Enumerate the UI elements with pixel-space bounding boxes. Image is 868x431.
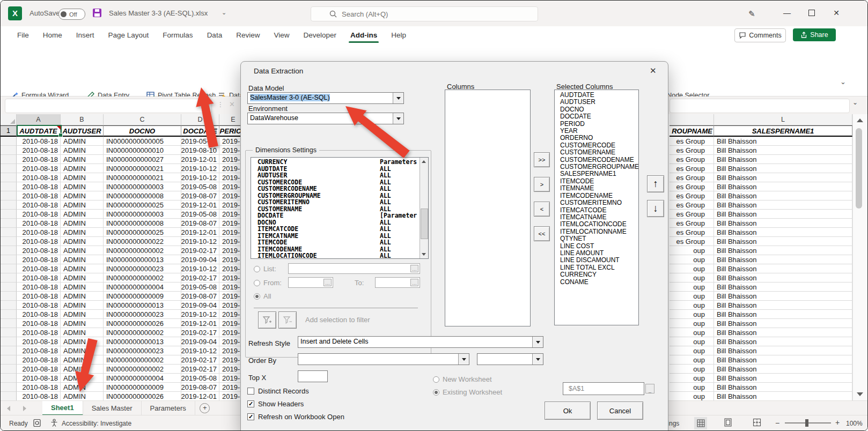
cell-salesperson[interactable]: Bill Bhaisson [714,264,852,273]
cell-customergroup-fragment[interactable]: oup [670,273,714,283]
status-accessibility[interactable]: Accessibility: Investigate [62,420,131,427]
cell-audtdate[interactable]: 2010-08-18 [17,374,61,383]
share-button[interactable]: Share [793,28,836,41]
cell-audtuser[interactable]: ADMIN [61,255,104,264]
cell-customergroup-fragment[interactable]: oup [670,319,714,328]
cell-docdate[interactable]: 2019-10-12 [181,264,219,273]
menu-tab-view[interactable]: View [267,26,296,43]
top-x-input[interactable] [298,370,328,382]
cell-salesperson[interactable]: Bill Bhaisson [714,365,852,374]
cell-salesperson[interactable]: Bill Bhaisson [714,237,852,246]
move-down-button[interactable]: ↓ [647,200,664,217]
to-browse-button[interactable]: … [410,279,418,286]
cell-salesperson[interactable]: Bill Bhaisson [714,182,852,191]
dimension-row[interactable]: CUSTOMERCODENAMEALL [251,185,428,192]
cell-audtdate[interactable]: 2010-08-18 [17,264,61,273]
cell-customergroup-fragment[interactable]: oup [670,383,714,392]
refresh-style-dropdown-icon[interactable] [532,337,543,347]
cell-docdate[interactable]: 2019-12-01 [181,155,219,164]
cell-customergroup-fragment[interactable]: oup [670,246,714,255]
cell-audtuser[interactable]: ADMIN [61,301,104,310]
cell-audtuser[interactable]: ADMIN [61,246,104,255]
list-radio[interactable] [254,266,260,272]
cell-customergroup-fragment[interactable]: oup [670,328,714,337]
cell-audtdate[interactable]: 2010-08-18 [17,310,61,319]
dimension-row[interactable]: ITEMCATCODEALL [251,226,428,233]
cell-customergroup-fragment[interactable]: es Group [670,200,714,210]
cell-audtuser[interactable]: ADMIN [61,173,104,182]
cell-audtdate[interactable]: 2010-08-18 [17,228,61,237]
menu-tab-developer[interactable]: Developer [296,26,343,43]
cell-docno[interactable]: IN0000000000003 [104,210,181,219]
cell-customergroup-fragment[interactable]: es Group [670,191,714,200]
column-letter-c[interactable]: C [104,114,181,125]
cell-audtdate[interactable]: 2010-08-18 [17,337,61,346]
cell-docdate[interactable]: 2019-12-01 [181,200,219,210]
selected-column-item[interactable]: DOCDATE [555,113,638,120]
search-input[interactable]: Search (Alt+Q) [311,6,538,21]
page-break-view-button[interactable] [753,418,761,428]
cell-audtuser[interactable]: ADMIN [61,328,104,337]
cell-docno[interactable]: IN0000000000013 [104,255,181,264]
cell-customergroup-fragment[interactable]: oup [670,301,714,310]
cell-docno[interactable]: IN0000000000004 [104,374,181,383]
cell-docno[interactable]: IN0000000000009 [104,292,181,301]
selected-column-item[interactable]: CONAME [555,279,638,286]
cell-audtuser[interactable]: ADMIN [61,346,104,355]
normal-view-button[interactable] [694,417,707,429]
name-box-chevron-icon[interactable]: ⌄ [201,100,206,107]
accessibility-icon[interactable] [50,419,58,427]
header-cell-k-fragment[interactable]: ROUPNAME [670,125,714,137]
list-browse-button[interactable]: … [410,265,418,272]
cell-audtdate[interactable]: 2010-08-18 [17,182,61,191]
cell-docdate[interactable]: 2019-02-17 [181,328,219,337]
cell-docdate[interactable]: 2019-09-04 [181,337,219,346]
menu-tab-file[interactable]: File [10,26,36,43]
cell-audtuser[interactable]: ADMIN [61,191,104,200]
cell-docdate[interactable]: 2019-10-12 [181,346,219,355]
formula-bar-fragment[interactable] [670,99,850,113]
cell-docno[interactable]: IN0000000000023 [104,264,181,273]
selected-column-item[interactable]: AUDTDATE [555,92,638,99]
cell-audtdate[interactable]: 2010-08-18 [17,355,61,365]
cell-salesperson[interactable]: Bill Bhaisson [714,273,852,283]
selected-column-item[interactable]: ITEMLOCATIONCODE [555,221,638,228]
cell-audtdate[interactable]: 2010-08-18 [17,301,61,310]
data-model-dropdown-icon[interactable] [393,93,403,103]
move-left-button[interactable]: < [534,202,550,217]
cell-audtdate[interactable]: 2010-08-18 [17,155,61,164]
cell-docno[interactable]: IN0000000000021 [104,173,181,182]
selected-columns-listbox[interactable]: AUDTDATEAUDTUSERDOCNODOCDATEPERIODYEAROR… [554,90,639,325]
dims-scroll-up-icon[interactable] [422,160,426,163]
cell-audtuser[interactable]: ADMIN [61,283,104,292]
cell-salesperson[interactable]: Bill Bhaisson [714,200,852,210]
column-letter-a[interactable]: A [17,114,61,125]
header-cell-docno[interactable]: DOCNO [104,125,181,137]
cell-salesperson[interactable]: Bill Bhaisson [714,173,852,182]
cell-salesperson[interactable]: Bill Bhaisson [714,355,852,365]
cell-customergroup-fragment[interactable]: oup [670,310,714,319]
cell-salesperson[interactable]: Bill Bhaisson [714,301,852,310]
pen-icon[interactable]: ✎ [748,9,755,19]
menu-tab-review[interactable]: Review [229,26,267,43]
select-all-corner[interactable] [1,114,17,125]
refresh-style-select[interactable]: Insert and Delete Cells [298,336,543,348]
cell-docdate[interactable]: 2019-10-12 [181,237,219,246]
dimension-row[interactable]: CUSTOMERITEMNOALL [251,199,428,206]
cell-customergroup-fragment[interactable]: es Group [670,137,714,146]
minimize-button[interactable]: — [776,1,798,25]
selected-column-item[interactable]: DOCNO [555,106,638,113]
selected-column-item[interactable]: ORDERNO [555,135,638,142]
cell-docdate[interactable]: 2019-02-17 [181,365,219,374]
cell-audtdate[interactable]: 2010-08-18 [17,365,61,374]
selected-column-item[interactable]: CURRENCY [555,271,638,278]
cell-docdate[interactable]: 2019-05-08 [181,283,219,292]
environment-dropdown-icon[interactable] [393,113,403,124]
cell-customergroup-fragment[interactable]: oup [670,365,714,374]
cell-customergroup-fragment[interactable]: es Group [670,182,714,191]
ok-button[interactable]: Ok [545,402,591,420]
column-letter[interactable]: L [714,114,852,125]
cell-salesperson[interactable]: Bill Bhaisson [714,283,852,292]
cell-audtdate[interactable]: 2010-08-18 [17,346,61,355]
cell-audtdate[interactable]: 2010-08-18 [17,237,61,246]
